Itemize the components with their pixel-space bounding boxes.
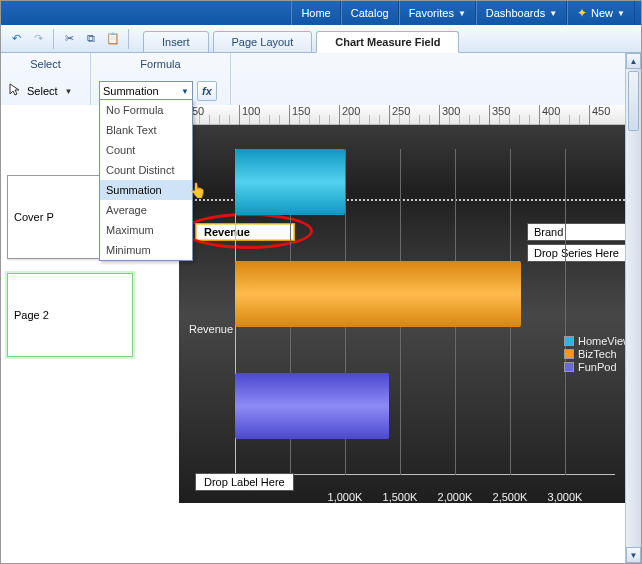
nav-favorites[interactable]: Favorites▼ [399, 1, 476, 25]
ruler: 50100150200250300350400450 [139, 105, 641, 125]
redo-icon: ↷ [27, 28, 49, 50]
scroll-up-button[interactable]: ▲ [626, 53, 641, 69]
formula-fx-button[interactable]: fx [197, 81, 217, 101]
bar-biztech [235, 261, 521, 327]
select-button[interactable]: Select ▼ [9, 79, 82, 103]
nav-home[interactable]: Home [291, 1, 340, 25]
chevron-down-icon: ▼ [458, 9, 466, 18]
bar-homeview [235, 149, 345, 215]
scroll-thumb[interactable] [628, 71, 639, 131]
formula-dropdown: No Formula Blank Text Count Count Distin… [99, 99, 193, 261]
formula-option-blank-text[interactable]: Blank Text [100, 120, 192, 140]
top-nav: Home Catalog Favorites▼ Dashboards▼ ✦New… [1, 1, 641, 25]
chevron-down-icon: ▼ [549, 9, 557, 18]
y-axis-label: Revenue [189, 323, 233, 335]
nav-catalog[interactable]: Catalog [341, 1, 399, 25]
main-area: Cover P Page 2 5010015020025030035040045… [1, 105, 641, 563]
workspace: 50100150200250300350400450 Revenue Brand… [139, 105, 641, 563]
cursor-icon [9, 83, 23, 99]
bar-funpod [235, 373, 389, 439]
chevron-down-icon: ▼ [181, 87, 189, 96]
chevron-down-icon: ▼ [65, 87, 73, 96]
formula-option-count-distinct[interactable]: Count Distinct [100, 160, 192, 180]
paste-icon[interactable]: 📋 [102, 28, 124, 50]
vertical-scrollbar[interactable]: ▲ ▼ [625, 53, 641, 563]
page-thumb-2[interactable]: Page 2 [7, 273, 133, 357]
nav-dashboards[interactable]: Dashboards▼ [476, 1, 567, 25]
formula-option-count[interactable]: Count [100, 140, 192, 160]
canvas[interactable]: Revenue Brand Drop Series Here Revenue [139, 125, 641, 563]
formula-option-average[interactable]: Average [100, 200, 192, 220]
formula-option-no-formula[interactable]: No Formula [100, 100, 192, 120]
formula-option-maximum[interactable]: Maximum [100, 220, 192, 240]
chart-plot: 1,000K 1,500K 2,000K 2,500K 3,000K [235, 215, 565, 475]
tab-page-layout[interactable]: Page Layout [213, 31, 313, 53]
cut-icon[interactable]: ✂ [58, 28, 80, 50]
tab-insert[interactable]: Insert [143, 31, 209, 53]
toolbar: ↶ ↷ ✂ ⧉ 📋 Insert Page Layout Chart Measu… [1, 25, 641, 53]
formula-option-summation[interactable]: Summation 👆 [100, 180, 192, 200]
nav-new[interactable]: ✦New▼ [567, 1, 635, 25]
formula-combo[interactable]: Summation ▼ [99, 81, 193, 101]
star-icon: ✦ [577, 6, 587, 20]
formula-selected: Summation [103, 85, 159, 97]
chevron-down-icon: ▼ [617, 9, 625, 18]
group-title-formula: Formula [97, 55, 224, 73]
undo-icon[interactable]: ↶ [5, 28, 27, 50]
group-title-select: Select [7, 55, 84, 73]
copy-icon[interactable]: ⧉ [80, 28, 102, 50]
tab-chart-measure-field[interactable]: Chart Measure Field [316, 31, 459, 53]
scroll-down-button[interactable]: ▼ [626, 547, 641, 563]
chart-legend: HomeView BizTech FunPod [564, 335, 631, 374]
formula-option-minimum[interactable]: Minimum [100, 240, 192, 260]
drop-label-target[interactable]: Drop Label Here [195, 473, 294, 491]
